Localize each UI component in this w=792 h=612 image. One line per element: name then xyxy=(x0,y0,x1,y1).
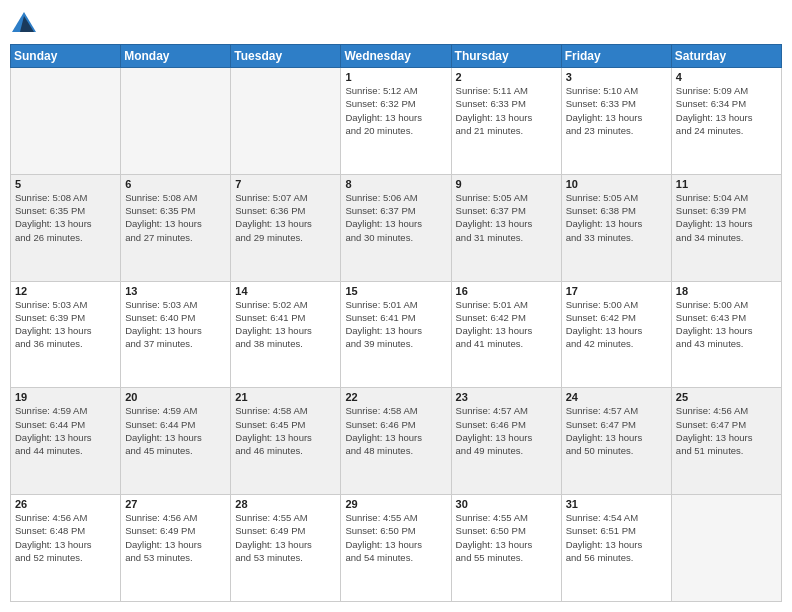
day-info: Sunrise: 5:01 AMSunset: 6:42 PMDaylight:… xyxy=(456,298,557,351)
day-info: Sunrise: 5:10 AMSunset: 6:33 PMDaylight:… xyxy=(566,84,667,137)
day-info: Sunrise: 5:08 AMSunset: 6:35 PMDaylight:… xyxy=(125,191,226,244)
calendar-cell: 11Sunrise: 5:04 AMSunset: 6:39 PMDayligh… xyxy=(671,174,781,281)
logo xyxy=(10,10,42,38)
day-number: 29 xyxy=(345,498,446,510)
calendar-cell: 20Sunrise: 4:59 AMSunset: 6:44 PMDayligh… xyxy=(121,388,231,495)
calendar-cell: 19Sunrise: 4:59 AMSunset: 6:44 PMDayligh… xyxy=(11,388,121,495)
calendar-cell: 26Sunrise: 4:56 AMSunset: 6:48 PMDayligh… xyxy=(11,495,121,602)
day-info: Sunrise: 5:07 AMSunset: 6:36 PMDaylight:… xyxy=(235,191,336,244)
day-info: Sunrise: 5:12 AMSunset: 6:32 PMDaylight:… xyxy=(345,84,446,137)
day-number: 4 xyxy=(676,71,777,83)
day-info: Sunrise: 4:55 AMSunset: 6:49 PMDaylight:… xyxy=(235,511,336,564)
calendar-header-tuesday: Tuesday xyxy=(231,45,341,68)
day-number: 17 xyxy=(566,285,667,297)
calendar-cell xyxy=(231,68,341,175)
calendar-week-1: 1Sunrise: 5:12 AMSunset: 6:32 PMDaylight… xyxy=(11,68,782,175)
day-number: 5 xyxy=(15,178,116,190)
calendar-cell: 7Sunrise: 5:07 AMSunset: 6:36 PMDaylight… xyxy=(231,174,341,281)
calendar-header-saturday: Saturday xyxy=(671,45,781,68)
calendar-header-thursday: Thursday xyxy=(451,45,561,68)
calendar-cell: 12Sunrise: 5:03 AMSunset: 6:39 PMDayligh… xyxy=(11,281,121,388)
day-info: Sunrise: 5:03 AMSunset: 6:39 PMDaylight:… xyxy=(15,298,116,351)
calendar-cell: 13Sunrise: 5:03 AMSunset: 6:40 PMDayligh… xyxy=(121,281,231,388)
calendar-cell: 4Sunrise: 5:09 AMSunset: 6:34 PMDaylight… xyxy=(671,68,781,175)
day-info: Sunrise: 4:55 AMSunset: 6:50 PMDaylight:… xyxy=(456,511,557,564)
day-number: 7 xyxy=(235,178,336,190)
day-number: 30 xyxy=(456,498,557,510)
page: SundayMondayTuesdayWednesdayThursdayFrid… xyxy=(0,0,792,612)
day-info: Sunrise: 4:54 AMSunset: 6:51 PMDaylight:… xyxy=(566,511,667,564)
calendar-cell: 10Sunrise: 5:05 AMSunset: 6:38 PMDayligh… xyxy=(561,174,671,281)
day-info: Sunrise: 4:57 AMSunset: 6:46 PMDaylight:… xyxy=(456,404,557,457)
day-number: 6 xyxy=(125,178,226,190)
day-number: 1 xyxy=(345,71,446,83)
day-info: Sunrise: 5:05 AMSunset: 6:38 PMDaylight:… xyxy=(566,191,667,244)
calendar-cell: 9Sunrise: 5:05 AMSunset: 6:37 PMDaylight… xyxy=(451,174,561,281)
day-info: Sunrise: 5:09 AMSunset: 6:34 PMDaylight:… xyxy=(676,84,777,137)
day-number: 27 xyxy=(125,498,226,510)
day-info: Sunrise: 4:58 AMSunset: 6:46 PMDaylight:… xyxy=(345,404,446,457)
calendar-cell: 8Sunrise: 5:06 AMSunset: 6:37 PMDaylight… xyxy=(341,174,451,281)
calendar-week-5: 26Sunrise: 4:56 AMSunset: 6:48 PMDayligh… xyxy=(11,495,782,602)
day-number: 26 xyxy=(15,498,116,510)
calendar-cell xyxy=(121,68,231,175)
calendar-cell: 15Sunrise: 5:01 AMSunset: 6:41 PMDayligh… xyxy=(341,281,451,388)
calendar-cell: 2Sunrise: 5:11 AMSunset: 6:33 PMDaylight… xyxy=(451,68,561,175)
calendar-cell: 14Sunrise: 5:02 AMSunset: 6:41 PMDayligh… xyxy=(231,281,341,388)
day-info: Sunrise: 5:04 AMSunset: 6:39 PMDaylight:… xyxy=(676,191,777,244)
logo-icon xyxy=(10,10,38,38)
day-number: 21 xyxy=(235,391,336,403)
day-info: Sunrise: 5:03 AMSunset: 6:40 PMDaylight:… xyxy=(125,298,226,351)
day-number: 28 xyxy=(235,498,336,510)
calendar-cell: 31Sunrise: 4:54 AMSunset: 6:51 PMDayligh… xyxy=(561,495,671,602)
day-info: Sunrise: 4:56 AMSunset: 6:47 PMDaylight:… xyxy=(676,404,777,457)
day-info: Sunrise: 5:08 AMSunset: 6:35 PMDaylight:… xyxy=(15,191,116,244)
calendar-cell: 29Sunrise: 4:55 AMSunset: 6:50 PMDayligh… xyxy=(341,495,451,602)
day-number: 16 xyxy=(456,285,557,297)
day-info: Sunrise: 4:55 AMSunset: 6:50 PMDaylight:… xyxy=(345,511,446,564)
day-info: Sunrise: 5:06 AMSunset: 6:37 PMDaylight:… xyxy=(345,191,446,244)
calendar-cell: 30Sunrise: 4:55 AMSunset: 6:50 PMDayligh… xyxy=(451,495,561,602)
day-number: 19 xyxy=(15,391,116,403)
calendar-cell: 22Sunrise: 4:58 AMSunset: 6:46 PMDayligh… xyxy=(341,388,451,495)
day-info: Sunrise: 4:58 AMSunset: 6:45 PMDaylight:… xyxy=(235,404,336,457)
calendar-header-monday: Monday xyxy=(121,45,231,68)
day-info: Sunrise: 4:57 AMSunset: 6:47 PMDaylight:… xyxy=(566,404,667,457)
calendar-cell: 5Sunrise: 5:08 AMSunset: 6:35 PMDaylight… xyxy=(11,174,121,281)
calendar-header-sunday: Sunday xyxy=(11,45,121,68)
calendar-header-wednesday: Wednesday xyxy=(341,45,451,68)
calendar-table: SundayMondayTuesdayWednesdayThursdayFrid… xyxy=(10,44,782,602)
calendar-cell: 21Sunrise: 4:58 AMSunset: 6:45 PMDayligh… xyxy=(231,388,341,495)
day-info: Sunrise: 5:00 AMSunset: 6:43 PMDaylight:… xyxy=(676,298,777,351)
day-info: Sunrise: 4:56 AMSunset: 6:49 PMDaylight:… xyxy=(125,511,226,564)
day-number: 14 xyxy=(235,285,336,297)
day-info: Sunrise: 5:02 AMSunset: 6:41 PMDaylight:… xyxy=(235,298,336,351)
day-number: 3 xyxy=(566,71,667,83)
day-info: Sunrise: 5:00 AMSunset: 6:42 PMDaylight:… xyxy=(566,298,667,351)
calendar-header-row: SundayMondayTuesdayWednesdayThursdayFrid… xyxy=(11,45,782,68)
calendar-cell: 23Sunrise: 4:57 AMSunset: 6:46 PMDayligh… xyxy=(451,388,561,495)
day-number: 12 xyxy=(15,285,116,297)
day-info: Sunrise: 4:59 AMSunset: 6:44 PMDaylight:… xyxy=(125,404,226,457)
calendar-cell: 18Sunrise: 5:00 AMSunset: 6:43 PMDayligh… xyxy=(671,281,781,388)
calendar-cell xyxy=(11,68,121,175)
calendar-header-friday: Friday xyxy=(561,45,671,68)
day-number: 13 xyxy=(125,285,226,297)
calendar-cell: 28Sunrise: 4:55 AMSunset: 6:49 PMDayligh… xyxy=(231,495,341,602)
day-number: 8 xyxy=(345,178,446,190)
day-info: Sunrise: 4:56 AMSunset: 6:48 PMDaylight:… xyxy=(15,511,116,564)
calendar-week-3: 12Sunrise: 5:03 AMSunset: 6:39 PMDayligh… xyxy=(11,281,782,388)
header xyxy=(10,10,782,38)
day-info: Sunrise: 5:01 AMSunset: 6:41 PMDaylight:… xyxy=(345,298,446,351)
calendar-week-2: 5Sunrise: 5:08 AMSunset: 6:35 PMDaylight… xyxy=(11,174,782,281)
day-number: 10 xyxy=(566,178,667,190)
day-number: 23 xyxy=(456,391,557,403)
calendar-cell: 3Sunrise: 5:10 AMSunset: 6:33 PMDaylight… xyxy=(561,68,671,175)
calendar-cell: 17Sunrise: 5:00 AMSunset: 6:42 PMDayligh… xyxy=(561,281,671,388)
calendar-cell: 27Sunrise: 4:56 AMSunset: 6:49 PMDayligh… xyxy=(121,495,231,602)
day-info: Sunrise: 4:59 AMSunset: 6:44 PMDaylight:… xyxy=(15,404,116,457)
day-number: 22 xyxy=(345,391,446,403)
day-number: 18 xyxy=(676,285,777,297)
day-number: 9 xyxy=(456,178,557,190)
day-number: 24 xyxy=(566,391,667,403)
